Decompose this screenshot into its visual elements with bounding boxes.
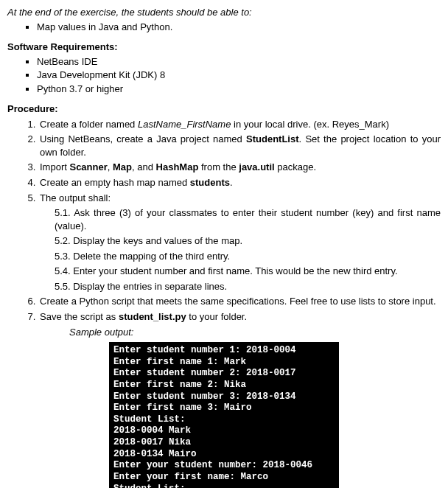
sub-step: 5.1. Ask three (3) of your classmates to… [55,206,441,232]
text: Using NetBeans, create a Java project na… [40,133,246,144]
text: to your folder. [186,311,247,322]
text-bold: students [190,177,230,188]
procedure-step: Save the script as student_list.py to yo… [38,310,441,339]
list-item: NetBeans IDE [37,55,441,69]
procedure-step: Create a Python script that meets the sa… [38,295,441,308]
list-item: Java Development Kit (JDK) 8 [37,69,441,82]
intro-text: At the end of the exercise, the students… [7,6,441,19]
text-bold: Map [113,161,132,172]
software-heading: Software Requirements: [7,41,441,54]
text: . [230,177,233,188]
text: Save the script as [40,311,119,322]
text: in your local drive. (ex. Reyes_Mark) [231,119,389,130]
procedure-step: The output shall: 5.1. Ask three (3) of … [38,192,441,293]
text: The output shall: [40,192,111,203]
text: Create a folder named [40,119,138,130]
terminal-output: Enter student number 1: 2018-0004 Enter … [109,342,339,488]
objectives-list: Map values in Java and Python. [7,21,441,34]
procedure-step: Create a folder named LastName_FirstName… [38,118,441,131]
sample-output-label: Sample output: [69,326,441,339]
sub-step: 5.2. Display the keys and values of the … [55,234,441,248]
sub-step: 5.5. Display the entries in separate lin… [55,280,441,293]
text: Create an empty hash map named [40,177,190,188]
procedure-step: Import Scanner, Map, and HashMap from th… [38,161,441,174]
sub-step: 5.4. Enter your student number and first… [55,265,441,278]
procedure-list: Create a folder named LastName_FirstName… [7,118,441,339]
list-item: Python 3.7 or higher [37,83,441,96]
sub-step: 5.3. Delete the mapping of the third ent… [55,250,441,263]
software-list: NetBeans IDE Java Development Kit (JDK) … [7,55,441,96]
text-italic: LastName_FirstName [138,119,231,130]
procedure-step: Create an empty hash map named students. [38,176,441,189]
text: , [108,161,113,172]
list-item: Map values in Java and Python. [37,21,441,34]
text: , and [132,161,156,172]
text: package. [275,161,316,172]
text-bold: StudentList [246,133,299,144]
text-bold: Scanner [69,161,107,172]
procedure-step: Using NetBeans, create a Java project na… [38,133,441,158]
text: from the [198,161,239,172]
text-bold: java.util [239,161,274,172]
sub-steps: 5.1. Ask three (3) of your classmates to… [55,206,441,293]
text-bold: student_list.py [119,311,186,322]
procedure-heading: Procedure: [7,102,441,116]
text-bold: HashMap [156,161,199,172]
text: Import [40,161,69,172]
